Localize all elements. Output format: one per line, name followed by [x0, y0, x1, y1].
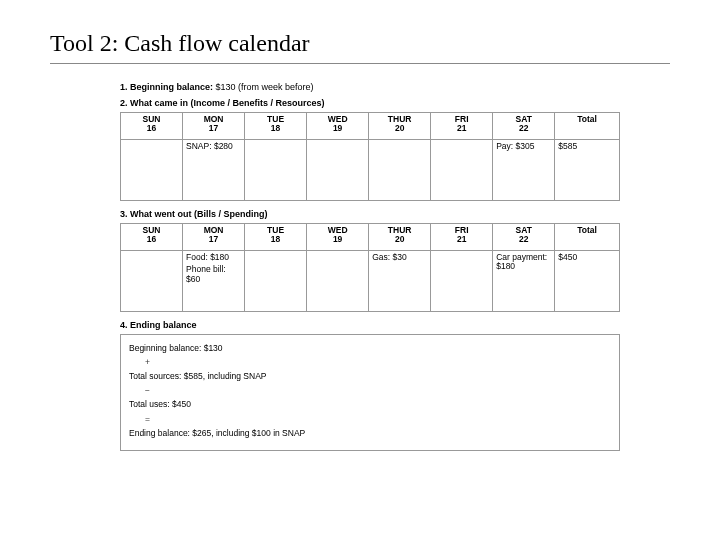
section-3-heading: 3. What went out (Bills / Spending) — [120, 209, 620, 219]
income-sun — [121, 140, 183, 201]
col-sat: SAT22 — [493, 224, 555, 251]
section-2-label: What came in (Income / Benefits / Resour… — [130, 98, 325, 108]
expense-mon: Food: $180 Phone bill: $60 — [183, 251, 245, 312]
page-title: Tool 2: Cash flow calendar — [50, 30, 670, 64]
col-wed: WED19 — [307, 113, 369, 140]
col-total: Total — [555, 113, 620, 140]
section-4-heading: 4. Ending balance — [120, 320, 620, 330]
section-4-label: Ending balance — [130, 320, 197, 330]
table-header-row: SUN16 MON17 TUE18 WED19 THUR20 FRI21 SAT… — [121, 113, 620, 140]
expense-tue — [245, 251, 307, 312]
income-wed — [307, 140, 369, 201]
col-mon: MON17 — [183, 224, 245, 251]
col-sat: SAT22 — [493, 113, 555, 140]
equals-sign: = — [129, 412, 611, 426]
col-tue: TUE18 — [245, 224, 307, 251]
summary-ending: Ending balance: $265, including $100 in … — [129, 428, 611, 438]
col-sun: SUN16 — [121, 224, 183, 251]
section-1-heading: 1. Beginning balance: $130 (from week be… — [120, 82, 620, 92]
expense-sat: Car payment: $180 — [493, 251, 555, 312]
expense-sun — [121, 251, 183, 312]
table-header-row: SUN16 MON17 TUE18 WED19 THUR20 FRI21 SAT… — [121, 224, 620, 251]
section-2-heading: 2. What came in (Income / Benefits / Res… — [120, 98, 620, 108]
col-thur: THUR20 — [369, 113, 431, 140]
expense-thur: Gas: $30 — [369, 251, 431, 312]
section-3-number: 3. — [120, 209, 128, 219]
col-sun: SUN16 — [121, 113, 183, 140]
summary-beginning: Beginning balance: $130 — [129, 343, 611, 353]
col-mon: MON17 — [183, 113, 245, 140]
ending-balance-box: Beginning balance: $130 + Total sources:… — [120, 334, 620, 451]
content-area: 1. Beginning balance: $130 (from week be… — [50, 82, 670, 451]
section-4-number: 4. — [120, 320, 128, 330]
income-body-row: SNAP: $280 Pay: $305 $585 — [121, 140, 620, 201]
income-table: SUN16 MON17 TUE18 WED19 THUR20 FRI21 SAT… — [120, 112, 620, 201]
section-3-label: What went out (Bills / Spending) — [130, 209, 268, 219]
income-thur — [369, 140, 431, 201]
summary-uses: Total uses: $450 — [129, 399, 611, 409]
minus-sign: − — [129, 383, 611, 397]
income-fri — [431, 140, 493, 201]
expense-table: SUN16 MON17 TUE18 WED19 THUR20 FRI21 SAT… — [120, 223, 620, 312]
col-thur: THUR20 — [369, 224, 431, 251]
col-total: Total — [555, 224, 620, 251]
expense-wed — [307, 251, 369, 312]
section-1-number: 1. — [120, 82, 128, 92]
col-wed: WED19 — [307, 224, 369, 251]
expense-fri — [431, 251, 493, 312]
col-fri: FRI21 — [431, 224, 493, 251]
col-fri: FRI21 — [431, 113, 493, 140]
income-total: $585 — [555, 140, 620, 201]
income-sat: Pay: $305 — [493, 140, 555, 201]
col-tue: TUE18 — [245, 113, 307, 140]
section-1-value: $130 (from week before) — [216, 82, 314, 92]
plus-sign: + — [129, 355, 611, 369]
expense-body-row: Food: $180 Phone bill: $60 Gas: $30 Car … — [121, 251, 620, 312]
document-page: Tool 2: Cash flow calendar 1. Beginning … — [0, 0, 720, 461]
summary-sources: Total sources: $585, including SNAP — [129, 371, 611, 381]
expense-total: $450 — [555, 251, 620, 312]
income-tue — [245, 140, 307, 201]
income-mon: SNAP: $280 — [183, 140, 245, 201]
section-2-number: 2. — [120, 98, 128, 108]
section-1-label: Beginning balance: — [130, 82, 213, 92]
